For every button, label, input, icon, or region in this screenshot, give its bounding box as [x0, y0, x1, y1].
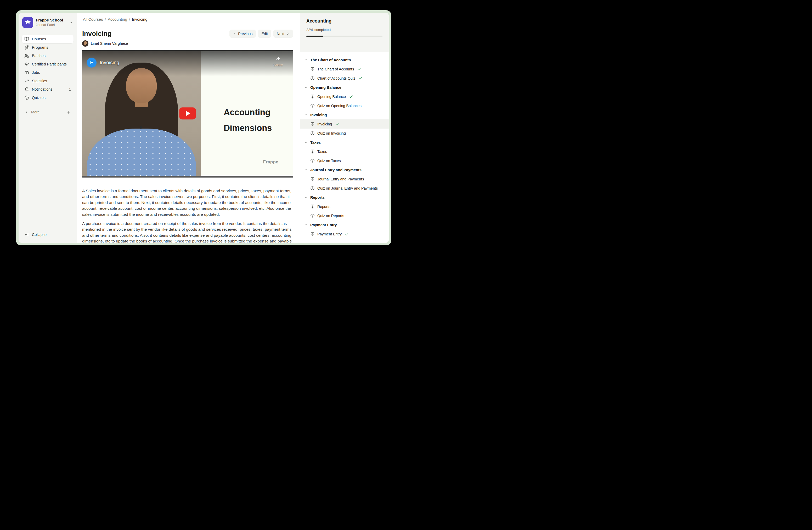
lesson-icon: [310, 149, 315, 154]
sidebar-spacer: [22, 116, 73, 231]
outline-item-quiz-on-opening-balances[interactable]: Quiz on Opening Balances: [300, 101, 389, 110]
author-name: Linet Sherin Varghese: [91, 41, 128, 45]
outline-item-label: Quiz on Opening Balances: [317, 104, 362, 108]
completed-check-icon: [358, 76, 363, 80]
outline-item-label: Quiz on Journal Entry and Payments: [317, 186, 378, 190]
lesson-icon: [310, 122, 315, 126]
outline-item-taxes[interactable]: Taxes: [300, 147, 389, 156]
more-label: More: [31, 110, 40, 114]
sidebar-item-batches[interactable]: Batches: [22, 52, 73, 60]
outline-item-journal-entry-and-payments[interactable]: Journal Entry and Payments: [300, 175, 389, 184]
next-button[interactable]: Next: [273, 30, 293, 38]
outline-section-reports[interactable]: Reports: [300, 193, 389, 202]
lesson-video-player[interactable]: Accounting Dimensions Frappe F Invoicing: [82, 50, 293, 178]
sidebar-item-quizzes[interactable]: Quizzes: [22, 94, 73, 102]
users-icon: [24, 53, 29, 58]
course-outline-panel: Accounting 22% completed The Chart of Ac…: [300, 13, 389, 243]
briefcase-icon: [24, 70, 29, 75]
outline-item-label: Quiz on Taxes: [317, 159, 341, 163]
author-row: Linet Sherin Varghese: [82, 40, 293, 46]
previous-button[interactable]: Previous: [229, 30, 256, 38]
outline-section-title: Opening Balance: [310, 85, 341, 89]
outline-item-quiz-on-invoicing[interactable]: Quiz on Invoicing: [300, 128, 389, 138]
lesson-paragraph: A purchase invoice is a document created…: [82, 221, 293, 243]
video-title-overlay: F Invoicing: [87, 58, 119, 68]
outline-section-journal-entry-and-payments[interactable]: Journal Entry and Payments: [300, 165, 389, 175]
chevron-down-icon: [304, 168, 308, 172]
sidebar-item-label: Courses: [32, 37, 46, 41]
breadcrumb: All Courses / Accounting / Invoicing: [77, 13, 300, 26]
outline-item-label: The Chart of Accounts: [317, 67, 354, 71]
lesson-icon: [310, 67, 315, 71]
sidebar-item-more[interactable]: More: [22, 108, 73, 116]
sidebar-item-certified-participants[interactable]: Certified Participants: [22, 60, 73, 68]
sidebar-nav: CoursesProgramsBatchesCertified Particip…: [22, 35, 73, 102]
outline-section-title: The Chart of Accounts: [310, 58, 351, 62]
outline-section-title: Reports: [310, 195, 325, 199]
notification-count-badge: 1: [69, 87, 71, 92]
outline-section-the-chart-of-accounts[interactable]: The Chart of Accounts: [300, 55, 389, 65]
lesson-icon: [310, 94, 315, 99]
course-outline-list: The Chart of AccountsThe Chart of Accoun…: [300, 52, 389, 243]
edit-button[interactable]: Edit: [258, 30, 271, 38]
share-icon: [275, 56, 281, 61]
outline-item-chart-of-accounts-quiz[interactable]: Chart of Accounts Quiz: [300, 73, 389, 83]
chevron-right-icon: [286, 32, 290, 36]
current-user-name: Jannat Patel: [36, 23, 63, 27]
outline-item-label: Payment Entry: [317, 232, 342, 236]
video-title[interactable]: Invoicing: [100, 60, 119, 66]
lesson-icon: [310, 177, 315, 181]
share-label: Share: [273, 63, 283, 67]
video-share-button[interactable]: Share: [273, 56, 283, 67]
outline-section-invoicing[interactable]: Invoicing: [300, 110, 389, 120]
sidebar-item-programs[interactable]: Programs: [22, 43, 73, 52]
outline-item-label: Taxes: [317, 150, 327, 154]
video-channel-logo[interactable]: F: [87, 58, 97, 68]
outline-item-the-chart-of-accounts[interactable]: The Chart of Accounts: [300, 65, 389, 73]
progress-fill: [306, 36, 323, 37]
sidebar-item-notifications[interactable]: Notifications1: [22, 85, 73, 94]
chevron-down-icon[interactable]: [69, 20, 73, 25]
plus-icon[interactable]: [67, 110, 71, 114]
breadcrumb-all-courses[interactable]: All Courses: [83, 17, 103, 22]
sidebar-item-jobs[interactable]: Jobs: [22, 68, 73, 77]
lesson-body: A Sales invoice is a formal document sen…: [82, 188, 293, 243]
frappe-watermark: Frappe: [263, 159, 278, 165]
chevron-down-icon: [304, 85, 308, 89]
collapse-label: Collapse: [32, 233, 46, 237]
quiz-icon: [310, 213, 315, 218]
sidebar-item-courses[interactable]: Courses: [22, 35, 73, 43]
outline-item-reports[interactable]: Reports: [300, 202, 389, 211]
breadcrumb-accounting[interactable]: Accounting: [108, 17, 127, 22]
quiz-icon: [310, 186, 315, 190]
outline-item-payment-entry[interactable]: Payment Entry: [300, 229, 389, 239]
chevron-down-icon: [304, 195, 308, 199]
outline-item-label: Invoicing: [317, 122, 332, 126]
completed-check-icon: [349, 95, 353, 99]
chevron-down-icon: [304, 223, 308, 227]
outline-section-payment-entry[interactable]: Payment Entry: [300, 220, 389, 229]
sidebar-item-label: Programs: [32, 45, 48, 50]
outline-item-label: Journal Entry and Payments: [317, 177, 364, 181]
quiz-icon: [310, 131, 315, 135]
workspace-switcher[interactable]: Frappe School Jannat Patel: [22, 16, 73, 28]
lesson-icon: [310, 232, 315, 236]
breadcrumb-current: Invoicing: [132, 17, 147, 22]
quiz-icon: [310, 76, 315, 80]
author-avatar: [82, 40, 88, 46]
outline-item-opening-balance[interactable]: Opening Balance: [300, 92, 389, 101]
chevron-left-icon: [233, 32, 236, 36]
video-progress-bar[interactable]: [82, 176, 293, 178]
collapse-sidebar-button[interactable]: Collapse: [22, 231, 73, 239]
completed-check-icon: [335, 122, 339, 126]
outline-item-quiz-on-journal-entry-and-payments[interactable]: Quiz on Journal Entry and Payments: [300, 184, 389, 193]
help-circle-icon: [24, 95, 29, 100]
outline-item-label: Quiz on Invoicing: [317, 131, 346, 135]
outline-item-quiz-on-taxes[interactable]: Quiz on Taxes: [300, 156, 389, 165]
outline-item-invoicing[interactable]: Invoicing: [300, 120, 389, 128]
outline-section-opening-balance[interactable]: Opening Balance: [300, 83, 389, 92]
outline-item-quiz-on-reports[interactable]: Quiz on Reports: [300, 211, 389, 220]
sidebar-item-statistics[interactable]: Statistics: [22, 77, 73, 85]
outline-section-taxes[interactable]: Taxes: [300, 138, 389, 147]
play-button[interactable]: [179, 107, 196, 120]
